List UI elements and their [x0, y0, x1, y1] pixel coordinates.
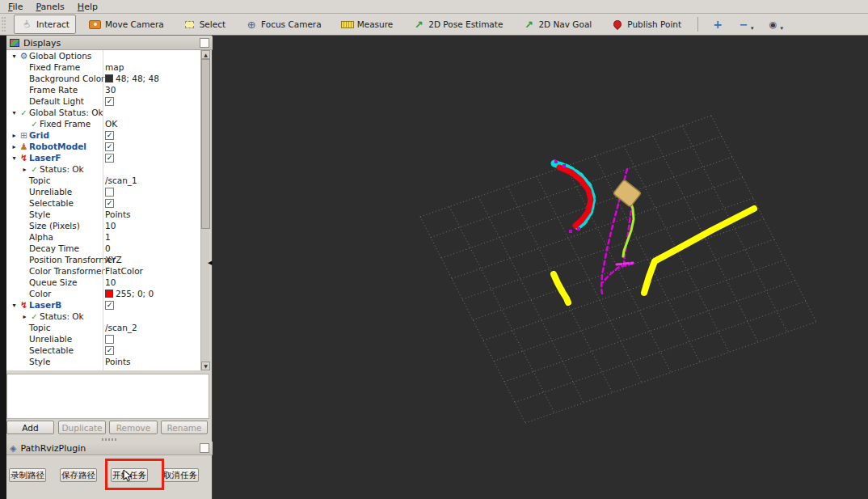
laser-yellow-long — [644, 209, 754, 293]
tool-properties-button[interactable]: ▾ — [764, 16, 787, 32]
tool-button-pose-arrow[interactable]: 2D Pose Estimate — [406, 15, 509, 34]
value-text[interactable]: 0 — [105, 243, 111, 253]
plugin-button-4[interactable]: 取消任务 — [162, 468, 199, 482]
tool-button-nav-arrow[interactable]: 2D Nav Goal — [516, 15, 598, 34]
tree-row[interactable]: Topic/scan_2 — [6, 322, 200, 333]
scrollbar-thumb[interactable] — [201, 59, 210, 229]
tree-row[interactable]: Alpha1 — [6, 231, 200, 243]
tree-row[interactable]: ▾Global Status: Ok — [6, 107, 200, 118]
value-text[interactable]: Points — [105, 357, 131, 366]
menu-item-file[interactable]: File — [8, 2, 23, 12]
menu-item-help[interactable]: Help — [78, 2, 98, 12]
menu-item-panels[interactable]: Panels — [36, 2, 64, 12]
value-text[interactable]: 30 — [105, 85, 116, 95]
tree-row[interactable]: ▸Status: Ok — [6, 311, 200, 322]
checkbox[interactable]: ✓ — [105, 301, 114, 310]
3d-viewport[interactable] — [213, 36, 868, 499]
tool-button-move-camera[interactable]: Move Camera — [82, 15, 171, 34]
property-value: ✓ — [105, 142, 114, 151]
tree-row[interactable]: Color TransformerFlatColor — [6, 265, 200, 277]
tree-row[interactable]: Position TransformerXYZ — [6, 254, 200, 265]
tree-row[interactable]: Decay Time0 — [6, 243, 200, 254]
plugin-float-button[interactable] — [200, 443, 209, 453]
checkbox[interactable] — [105, 188, 114, 197]
tree-row[interactable]: Unreliable — [6, 333, 200, 345]
tree-row[interactable]: StylePoints — [6, 209, 200, 220]
value-text[interactable]: OK — [105, 119, 117, 129]
value-text[interactable]: 48; 48; 48 — [116, 74, 159, 83]
tool-button-select-box[interactable]: Select — [177, 15, 232, 34]
tree-row[interactable]: Fixed Framemap — [6, 61, 200, 73]
tool-button-focus[interactable]: Focus Camera — [238, 15, 328, 34]
checkbox[interactable]: ✓ — [105, 142, 114, 151]
value-text[interactable]: 1 — [105, 232, 111, 242]
scroll-up-icon[interactable]: ▲ — [201, 50, 210, 59]
tool-button-pin[interactable]: Publish Point — [605, 15, 688, 34]
add-button[interactable]: Add — [6, 421, 54, 434]
tree-row[interactable]: Queue Size10 — [6, 277, 200, 288]
pin-icon — [611, 18, 624, 31]
dock-splitter-handle[interactable] — [102, 438, 118, 441]
toolbar-grip[interactable] — [2, 17, 6, 32]
panel-collapse-icon[interactable]: ◂ — [208, 257, 213, 268]
tree-row[interactable]: Topic/scan_1 — [6, 175, 200, 186]
tree-scrollbar[interactable]: ▲ ▼ — [200, 50, 209, 370]
tree-row[interactable]: StylePoints — [6, 356, 200, 367]
plugin-panel-header[interactable]: ◈ PathRvizPlugin — [6, 442, 213, 455]
tree-row[interactable]: Color255; 0; 0 — [6, 288, 200, 299]
value-text[interactable]: Points — [105, 209, 131, 219]
value-text[interactable]: XYZ — [105, 255, 122, 264]
displays-panel-header[interactable]: Displays — [6, 36, 213, 50]
property-value: ✓ — [105, 154, 114, 163]
value-text[interactable]: /scan_2 — [105, 323, 137, 332]
tree-row[interactable]: Selectable✓ — [6, 197, 200, 209]
tree-row[interactable]: Selectable✓ — [6, 345, 200, 356]
value-text[interactable]: /scan_1 — [105, 175, 137, 185]
tree-row[interactable]: Frame Rate30 — [6, 84, 200, 95]
tree-row[interactable]: Default Light✓ — [6, 95, 200, 107]
dropdown-arrow-icon: ▾ — [781, 26, 784, 31]
expand-closed-icon[interactable]: ▸ — [20, 313, 29, 320]
expand-open-icon[interactable]: ▾ — [10, 154, 19, 162]
value-text[interactable]: FlatColor — [105, 266, 143, 276]
plugin-button-1[interactable]: 录制路径 — [9, 468, 46, 482]
tree-row[interactable]: ▾LaserF✓ — [6, 152, 200, 163]
checkbox[interactable]: ✓ — [105, 346, 114, 355]
checkbox[interactable]: ✓ — [105, 131, 114, 140]
displays-float-button[interactable] — [200, 38, 209, 48]
tree-row[interactable]: ▸Grid✓ — [6, 129, 200, 141]
add-tool-button[interactable] — [708, 16, 727, 32]
scroll-down-icon[interactable]: ▼ — [201, 362, 210, 370]
tree-row[interactable]: Unreliable — [6, 186, 200, 197]
tree-row[interactable]: Background Color48; 48; 48 — [6, 73, 200, 84]
value-text[interactable]: 10 — [105, 221, 116, 230]
tree-row[interactable]: ▾Global Options — [6, 50, 200, 61]
value-text[interactable]: 10 — [105, 277, 116, 287]
tree-row[interactable]: ▸Status: Ok — [6, 163, 200, 175]
color-swatch[interactable] — [105, 290, 113, 298]
tool-button-hand[interactable]: Interact — [14, 15, 76, 34]
value-text[interactable]: map — [105, 62, 124, 72]
expand-open-icon[interactable]: ▾ — [10, 109, 19, 116]
checkbox[interactable]: ✓ — [105, 154, 114, 163]
tool-button-measure[interactable]: Measure — [335, 15, 400, 34]
tree-row[interactable]: ▸RobotModel✓ — [6, 141, 200, 152]
expand-open-icon[interactable]: ▾ — [10, 302, 19, 309]
expand-closed-icon[interactable]: ▸ — [10, 132, 19, 139]
remove-tool-button[interactable]: ▾ — [734, 16, 757, 32]
checkbox[interactable] — [105, 335, 114, 344]
color-swatch[interactable] — [105, 74, 113, 82]
property-value: ✓ — [105, 131, 114, 140]
tree-row[interactable]: Size (Pixels)10 — [6, 220, 200, 231]
checkbox[interactable]: ✓ — [105, 199, 114, 208]
tree-row[interactable]: Fixed FrameOK — [6, 118, 200, 129]
remove-button: Remove — [109, 421, 158, 434]
displays-icon — [10, 39, 19, 47]
expand-closed-icon[interactable]: ▸ — [10, 143, 19, 150]
expand-open-icon[interactable]: ▾ — [10, 53, 19, 60]
checkbox[interactable]: ✓ — [105, 97, 114, 106]
plugin-button-2[interactable]: 保存路径 — [60, 468, 97, 482]
value-text[interactable]: 255; 0; 0 — [116, 289, 154, 298]
tree-row[interactable]: ▾LaserB✓ — [6, 299, 200, 311]
expand-closed-icon[interactable]: ▸ — [20, 166, 29, 173]
